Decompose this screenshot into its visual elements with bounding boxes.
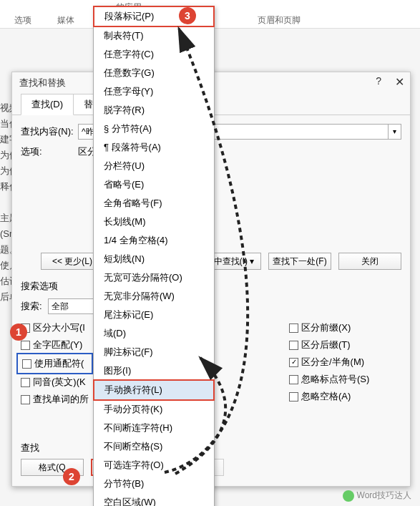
menu-item-26[interactable]: 空白区域(W) — [94, 493, 214, 506]
menu-item-21[interactable]: 手动分页符(K) — [94, 400, 214, 419]
search-direction-label: 搜索: — [21, 300, 42, 313]
watermark: Word技巧达人 — [343, 490, 411, 502]
annotation-badge-2: 2 — [63, 468, 80, 485]
menu-item-23[interactable]: 不间断空格(S) — [94, 437, 214, 456]
ignore-punct-checkbox[interactable]: 忽略标点符号(S) — [289, 373, 369, 386]
menu-item-15[interactable]: 无宽非分隔符(W) — [94, 287, 214, 306]
find-content-dropdown-arrow[interactable]: ▾ — [388, 125, 401, 139]
close-dialog-button[interactable]: 关闭 — [338, 253, 401, 270]
menu-item-18[interactable]: 脚注标记(F) — [94, 343, 214, 361]
special-characters-menu: 段落标记(P)制表符(T)任意字符(C)任意数字(G)任意字母(Y)脱字符(R)… — [93, 6, 215, 506]
annotation-badge-1: 1 — [10, 323, 27, 341]
use-wildcards-checkbox[interactable]: 使用通配符( — [22, 357, 87, 370]
menu-item-16[interactable]: 尾注标记(E) — [94, 306, 214, 324]
menu-item-3[interactable]: 任意数字(G) — [94, 64, 214, 82]
menu-item-5[interactable]: 脱字符(R) — [94, 101, 214, 120]
find-next-button[interactable]: 查找下一处(F) — [268, 253, 331, 270]
dialog-tabs: 查找(D) 替换(P — [21, 94, 410, 115]
menu-item-2[interactable]: 任意字符(C) — [94, 45, 214, 64]
menu-item-10[interactable]: 全角省略号(F) — [94, 194, 214, 213]
menu-item-19[interactable]: 图形(I) — [94, 361, 214, 380]
ribbon-group-options: 选项 — [14, 14, 31, 26]
menu-item-8[interactable]: 分栏符(U) — [94, 157, 214, 175]
whole-word-checkbox[interactable]: 全字匹配(Y) — [21, 339, 89, 351]
options-label: 选项: — [21, 145, 78, 158]
dialog-title: 查找和替换 — [19, 77, 66, 88]
menu-item-7[interactable]: ¶ 段落符号(A) — [94, 138, 214, 157]
menu-item-11[interactable]: 长划线(M) — [94, 213, 214, 231]
ribbon-group-media: 媒体 — [57, 14, 74, 26]
annotation-badge-3: 3 — [179, 7, 196, 24]
find-content-label: 查找内容(N): — [21, 125, 78, 138]
right-options-column: 区分前缀(X) 区分后缀(T) 区分全/半角(M) 忽略标点符号(S) 忽略空格… — [289, 321, 369, 406]
help-button[interactable]: ? — [376, 75, 381, 87]
word-forms-checkbox[interactable]: 查找单词的所 — [21, 393, 89, 406]
menu-item-9[interactable]: 省略号(E) — [94, 175, 214, 194]
match-width-checkbox[interactable]: 区分全/半角(M) — [289, 356, 369, 369]
sounds-like-checkbox[interactable]: 同音(英文)(K — [21, 376, 89, 389]
menu-item-22[interactable]: 不间断连字符(H) — [94, 419, 214, 437]
ribbon-group-headerfooter: 页眉和页脚 — [258, 14, 301, 26]
menu-item-20[interactable]: 手动换行符(L) — [93, 379, 215, 401]
menu-item-24[interactable]: 可选连字符(O) — [94, 456, 214, 475]
ignore-space-checkbox[interactable]: 忽略空格(A) — [289, 390, 369, 403]
menu-item-1[interactable]: 制表符(T) — [94, 26, 214, 45]
menu-item-4[interactable]: 任意字母(Y) — [94, 82, 214, 101]
match-case-checkbox[interactable]: 区分大小写(I — [21, 321, 89, 334]
menu-item-17[interactable]: 域(D) — [94, 324, 214, 343]
menu-item-0[interactable]: 段落标记(P) — [93, 6, 215, 27]
match-prefix-checkbox[interactable]: 区分前缀(X) — [289, 321, 369, 334]
menu-item-13[interactable]: 短划线(N) — [94, 250, 214, 268]
left-options-column: 区分大小写(I 全字匹配(Y) 使用通配符( 同音(英文)(K 查找单词的所 — [21, 321, 89, 406]
match-suffix-checkbox[interactable]: 区分后缀(T) — [289, 339, 369, 351]
menu-item-6[interactable]: § 分节符(A) — [94, 120, 214, 138]
menu-item-14[interactable]: 无宽可选分隔符(O) — [94, 268, 214, 287]
tab-find[interactable]: 查找(D) — [21, 94, 74, 115]
menu-item-12[interactable]: 1/4 全角空格(4) — [94, 231, 214, 250]
menu-item-25[interactable]: 分节符(B) — [94, 475, 214, 493]
close-button[interactable]: ✕ — [395, 75, 404, 89]
watermark-icon — [343, 490, 354, 502]
